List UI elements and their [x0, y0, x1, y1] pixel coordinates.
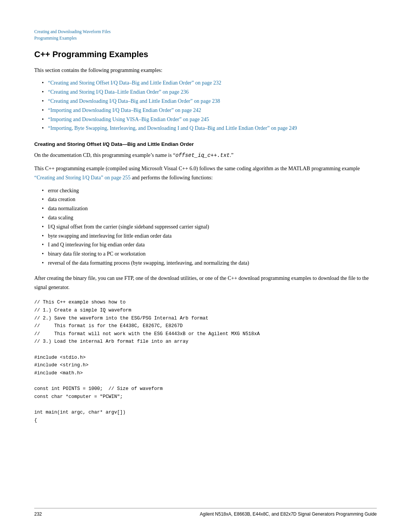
function-item: binary data file storing to a PC or work…	[42, 249, 377, 259]
link-1[interactable]: “Creating and Storing Offset I/Q Data–Bi…	[48, 80, 221, 86]
intro-paragraph: This section contains the following prog…	[34, 66, 377, 75]
footer-title: Agilent N518xA, E8663B, E44x8C, and E82x…	[200, 511, 377, 517]
link-6[interactable]: “Importing, Byte Swapping, Interleaving,…	[48, 125, 297, 131]
function-item: data scaling	[42, 213, 377, 222]
page: Creating and Downloading Waveform Files …	[0, 0, 411, 532]
link-5[interactable]: “Importing and Downloading Using VISA–Bi…	[48, 117, 209, 122]
links-list: “Creating and Storing Offset I/Q Data–Bi…	[42, 78, 377, 133]
code-block: // This C++ example shows how to // 1.) …	[34, 299, 377, 424]
function-item: byte swapping and interleaving for littl…	[42, 232, 377, 241]
doc-cd-paragraph: On the documentation CD, this programmin…	[34, 151, 377, 160]
doc-cd-text2: .”	[230, 152, 234, 158]
breadcrumb-line2[interactable]: Programming Examples	[34, 35, 111, 42]
footer-page-number: 232	[34, 511, 42, 517]
function-item: error checking	[42, 186, 377, 195]
para1-link[interactable]: “Creating and Storing I/Q Data” on page …	[34, 175, 131, 181]
link-3[interactable]: “Creating and Downloading I/Q Data–Big a…	[48, 98, 220, 104]
doc-cd-filename: offset_iq_c++.txt	[175, 152, 230, 158]
subsection-heading: Creating and Storing Offset I/Q Data—Big…	[34, 141, 377, 147]
breadcrumb-line1[interactable]: Creating and Downloading Waveform Files	[34, 29, 111, 35]
function-item: I/Q signal offset from the carrier (sing…	[42, 222, 377, 232]
list-item: “Importing and Downloading I/Q Data–Big …	[42, 106, 377, 115]
function-item: data normalization	[42, 204, 377, 213]
function-item: I and Q interleaving for big endian orde…	[42, 240, 377, 249]
function-item: reversal of the data formatting process …	[42, 259, 377, 268]
list-item: “Importing and Downloading Using VISA–Bi…	[42, 115, 377, 124]
para1: This C++ programming example (compiled u…	[34, 164, 377, 182]
page-footer: 232 Agilent N518xA, E8663B, E44x8C, and …	[34, 508, 377, 517]
list-item: “Creating and Downloading I/Q Data–Big a…	[42, 97, 377, 106]
page-title: C++ Programming Examples	[34, 50, 377, 59]
para2: After creating the binary file, you can …	[34, 274, 377, 292]
list-item: “Creating and Storing Offset I/Q Data–Bi…	[42, 78, 377, 88]
doc-cd-text1: On the documentation CD, this programmin…	[34, 152, 175, 158]
function-item: data creation	[42, 195, 377, 204]
list-item: “Creating and Storing I/Q Data–Little En…	[42, 88, 377, 97]
breadcrumb: Creating and Downloading Waveform Files …	[34, 29, 111, 42]
list-item: “Importing, Byte Swapping, Interleaving,…	[42, 124, 377, 133]
link-4[interactable]: “Importing and Downloading I/Q Data–Big …	[48, 107, 201, 113]
functions-list: error checking data creation data normal…	[42, 186, 377, 268]
link-2[interactable]: “Creating and Storing I/Q Data–Little En…	[48, 89, 189, 95]
